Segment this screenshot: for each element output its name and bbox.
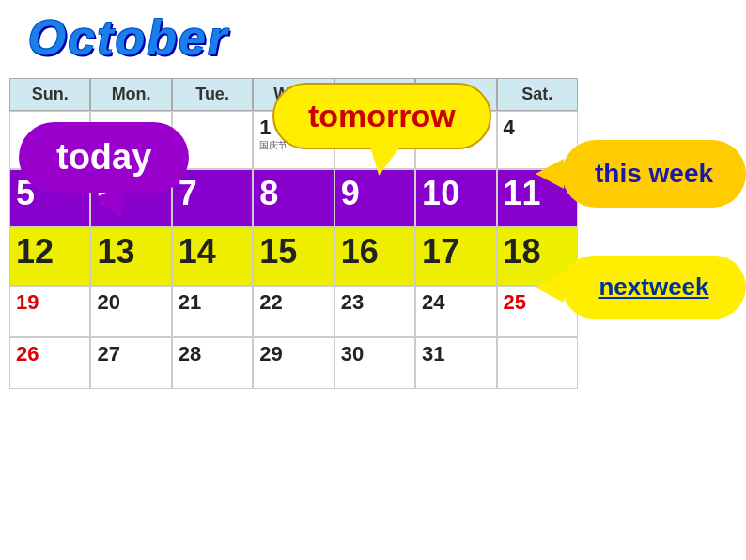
page-title: October [28,9,228,66]
this-week-bubble: this week [562,140,746,208]
cell-oct26: 26 [9,337,90,389]
calendar-row-week3: 12 13 14 15 16 17 18 [9,227,578,286]
cell-oct30: 30 [334,337,415,389]
today-bubble: today [19,122,189,193]
cell-oct27: 27 [90,337,171,389]
cell-oct15: 15 [253,227,334,286]
cell-empty-end [497,337,578,389]
cell-oct24: 24 [415,286,496,337]
cell-oct29: 29 [253,337,334,389]
cell-oct14: 14 [172,227,253,286]
cell-oct7: 7 [172,169,253,227]
cell-oct28: 28 [172,337,253,389]
cell-oct23: 23 [334,286,415,337]
cell-oct22: 22 [253,286,334,337]
dow-mon: Mon. [90,78,171,111]
cell-oct31: 31 [415,337,496,389]
cell-oct9: 9 [334,169,415,227]
calendar-row-week5: 26 27 28 29 30 31 [9,337,578,389]
next-week-bubble: nextweek [562,256,746,319]
cell-oct13: 13 [90,227,171,286]
calendar-row-week4: 19 20 21 22 23 24 25 [9,286,578,337]
cell-oct21: 21 [172,286,253,337]
tomorrow-bubble: tomorrow [272,83,491,149]
dow-tue: Tue. [172,78,253,111]
dow-sat: Sat. [497,78,578,111]
cell-oct12: 12 [9,227,90,286]
cell-oct19: 19 [9,286,90,337]
cell-oct10: 10 [415,169,496,227]
cell-oct8: 8 [253,169,334,227]
cell-oct20: 20 [90,286,171,337]
cell-oct16: 16 [334,227,415,286]
cell-oct17: 17 [415,227,496,286]
dow-sun: Sun. [9,78,90,111]
